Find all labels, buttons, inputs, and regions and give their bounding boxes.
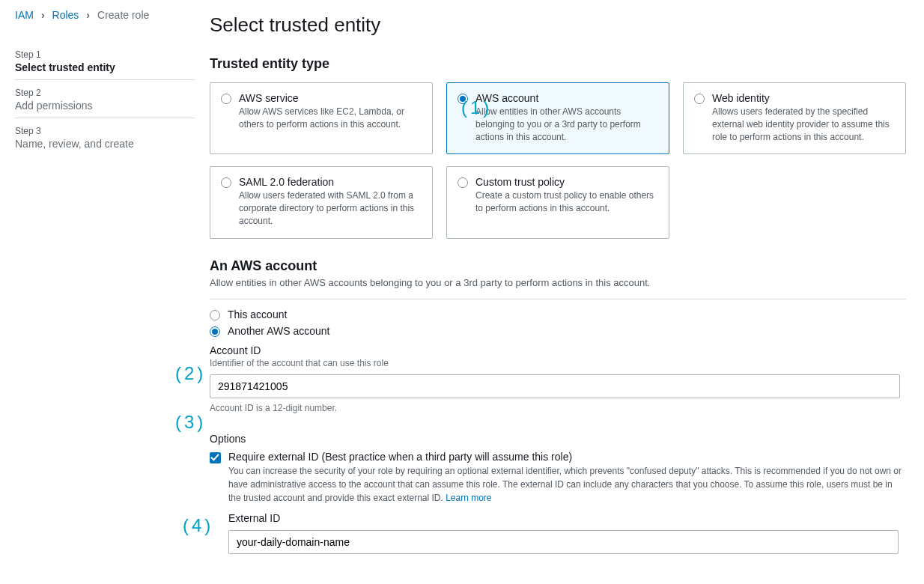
radio-label: This account <box>228 308 287 320</box>
chevron-right-icon: › <box>41 9 45 21</box>
account-id-label: Account ID <box>210 344 906 356</box>
options-label: Options <box>210 433 906 445</box>
learn-more-link[interactable]: Learn more <box>446 493 491 503</box>
wizard-step-3[interactable]: Step 3 Name, review, and create <box>15 118 195 156</box>
require-external-id-title: Require external ID (Best practice when … <box>228 451 906 463</box>
account-id-help: Identifier of the account that can use t… <box>210 358 906 368</box>
entity-desc: Create a custom trust policy to enable o… <box>475 189 658 215</box>
external-id-input[interactable] <box>228 530 899 554</box>
radio-another-account[interactable]: Another AWS account <box>210 325 906 337</box>
external-id-label: External ID <box>228 512 906 524</box>
wizard-step-1[interactable]: Step 1 Select trusted entity <box>15 42 195 80</box>
radio-icon <box>210 326 220 337</box>
entity-card-saml[interactable]: SAML 2.0 federation Allow users federate… <box>210 166 433 238</box>
entity-card-aws-service[interactable]: AWS service Allow AWS services like EC2,… <box>210 82 433 154</box>
step-label: Step 2 <box>15 88 195 98</box>
step-title: Name, review, and create <box>15 138 195 150</box>
radio-icon <box>221 177 231 188</box>
radio-icon <box>458 177 468 188</box>
radio-icon <box>221 94 231 104</box>
entity-card-aws-account[interactable]: AWS account Allow entities in other AWS … <box>446 82 669 154</box>
page-title: Select trusted entity <box>210 13 906 37</box>
entity-title: Custom trust policy <box>475 176 658 188</box>
account-id-input[interactable] <box>210 374 900 398</box>
entity-card-custom-trust[interactable]: Custom trust policy Create a custom trus… <box>446 166 669 238</box>
radio-this-account[interactable]: This account <box>210 308 906 320</box>
entity-title: SAML 2.0 federation <box>239 176 422 188</box>
entity-desc: Allow AWS services like EC2, Lambda, or … <box>239 106 422 131</box>
breadcrumb-current: Create role <box>97 9 149 21</box>
require-external-id-desc: You can increase the security of your ro… <box>228 464 906 505</box>
chevron-right-icon: › <box>86 9 90 21</box>
section-title-entity-type: Trusted entity type <box>210 56 906 72</box>
wizard-step-2[interactable]: Step 2 Add permissions <box>15 80 195 118</box>
entity-desc: Allow entities in other AWS accounts bel… <box>475 106 658 143</box>
radio-icon <box>458 94 468 104</box>
entity-card-web-identity[interactable]: Web identity Allows users federated by t… <box>683 82 906 154</box>
entity-desc: Allows users federated by the specified … <box>712 106 895 143</box>
account-id-note: Account ID is a 12-digit number. <box>210 403 906 413</box>
radio-icon <box>694 94 705 104</box>
step-label: Step 1 <box>15 49 195 60</box>
entity-desc: Allow users federated with SAML 2.0 from… <box>239 189 422 227</box>
breadcrumb-iam[interactable]: IAM <box>15 9 34 21</box>
require-external-id-checkbox[interactable] <box>210 452 221 463</box>
radio-icon <box>210 310 220 320</box>
section-title-aws-account: An AWS account <box>210 258 906 274</box>
breadcrumb-roles[interactable]: Roles <box>52 9 79 21</box>
breadcrumb: IAM › Roles › Create role <box>15 9 195 21</box>
radio-label: Another AWS account <box>228 325 329 337</box>
step-label: Step 3 <box>15 126 195 136</box>
step-title: Select trusted entity <box>15 61 195 73</box>
entity-title: AWS account <box>475 92 658 104</box>
entity-title: AWS service <box>239 92 422 104</box>
entity-title: Web identity <box>712 92 895 104</box>
section-desc: Allow entities in other AWS accounts bel… <box>210 277 906 299</box>
step-title: Add permissions <box>15 100 195 112</box>
